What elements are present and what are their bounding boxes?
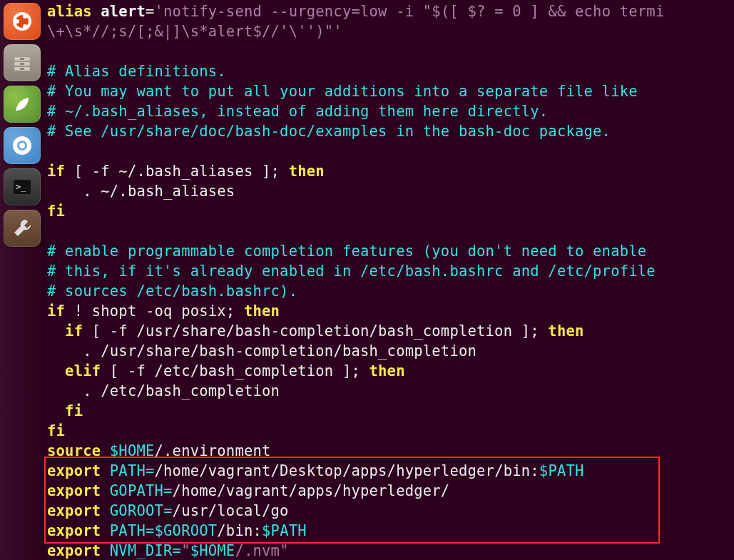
terminal-editor[interactable]: alias alert='notify-send --urgency=low -… [44, 0, 734, 560]
string-line2: \+\s*//;s/[;&|]\s*alert$//'\'')"' [47, 23, 342, 40]
keyword-source: source [47, 442, 101, 459]
svg-rect-9 [20, 63, 24, 65]
comment: # See /usr/share/doc/bash-doc/examples i… [47, 123, 611, 140]
terminal-icon: >_ [11, 175, 34, 198]
var-goroot: GOROOT= [101, 502, 172, 519]
keyword-export: export [47, 522, 101, 539]
keyword-export: export [47, 502, 101, 519]
comment: # this, if it's already enabled in /etc/… [47, 263, 656, 280]
keyword-then: then [369, 362, 405, 380]
var-goroot-ref: $GOROOT [155, 522, 218, 539]
ubuntu-icon [11, 10, 34, 33]
svg-point-13 [19, 143, 25, 148]
keyword-if: if [47, 322, 83, 340]
svg-point-4 [23, 24, 27, 29]
launcher-spring-icon[interactable] [4, 86, 41, 123]
var-nvmdir: NVM_DIR= [101, 542, 181, 559]
keyword-fi: fi [47, 203, 65, 220]
keyword-export: export [47, 542, 101, 559]
svg-rect-10 [20, 68, 24, 70]
keyword-fi: fi [47, 422, 65, 439]
keyword-then: then [289, 163, 325, 180]
comment: # ~/.bash_aliases, instead of adding the… [47, 103, 548, 120]
keyword-then: then [548, 322, 583, 340]
string-line1: 'notify-send --urgency=low -i "$([ $? = … [155, 3, 665, 20]
svg-point-3 [23, 14, 27, 19]
files-icon [11, 51, 34, 74]
var-gopath: GOPATH= [101, 482, 172, 499]
keyword-fi: fi [47, 402, 83, 419]
cmd-alert: alert [101, 3, 146, 20]
svg-rect-8 [20, 58, 24, 60]
code-content: alias alert='notify-send --urgency=low -… [44, 1, 734, 560]
comment: # enable programmable completion feature… [47, 243, 646, 260]
var-path: PATH= [101, 462, 154, 479]
var-home: $HOME [101, 442, 154, 459]
var-home-ref: $HOME [190, 542, 235, 559]
unity-launcher: >_ [0, 0, 44, 560]
launcher-chromium-icon[interactable] [4, 127, 41, 164]
keyword-export: export [47, 462, 101, 479]
launcher-settings-icon[interactable] [4, 210, 41, 247]
var-path-ref: $PATH [262, 522, 307, 539]
var-path: PATH= [101, 522, 154, 539]
svg-point-2 [15, 19, 19, 24]
spring-leaf-icon [11, 93, 34, 116]
keyword-alias: alias [47, 3, 92, 20]
chromium-icon [11, 134, 34, 157]
launcher-files-icon[interactable] [4, 44, 41, 81]
launcher-dash-icon[interactable] [4, 3, 41, 40]
comment: # sources /etc/bash.bashrc). [47, 282, 297, 300]
comment: # You may want to put all your additions… [47, 83, 638, 100]
svg-text:>_: >_ [16, 182, 26, 192]
keyword-then: then [244, 302, 280, 320]
keyword-export: export [47, 482, 101, 499]
comment: # Alias definitions. [47, 63, 226, 80]
keyword-elif: elif [47, 362, 101, 380]
wrench-icon [11, 217, 34, 240]
keyword-if: if [47, 163, 65, 180]
var-path-ref: $PATH [539, 462, 584, 479]
launcher-terminal-icon[interactable]: >_ [4, 168, 41, 205]
keyword-if: if [47, 302, 65, 320]
